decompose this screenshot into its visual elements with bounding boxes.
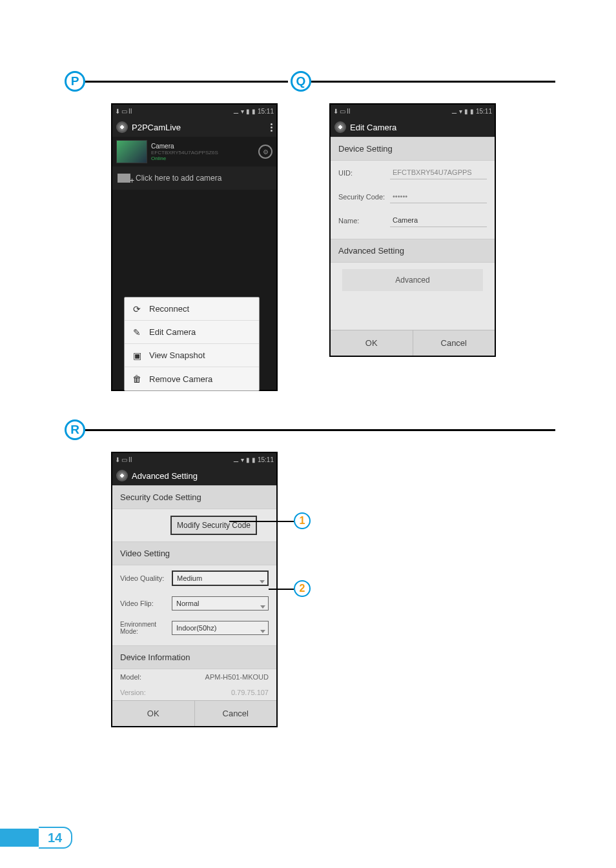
line-p: [85, 81, 288, 83]
screen-title-bar: Edit Camera: [331, 117, 495, 137]
uid-label: UID:: [338, 169, 390, 177]
cancel-button[interactable]: Cancel: [194, 700, 277, 726]
callout-line-2: [269, 589, 294, 590]
section-security-code: Security Code Setting: [112, 485, 276, 509]
add-camera-icon: [118, 174, 130, 183]
name-value[interactable]: Camera: [390, 214, 487, 227]
gear-icon[interactable]: ⚙: [258, 145, 272, 159]
menu-label: View Snapshot: [149, 350, 205, 360]
row-model: Model: APM-H501-MKOUD: [112, 669, 276, 685]
section-advanced-setting: Advanced Setting: [331, 239, 495, 263]
download-icon: ⬇: [115, 108, 120, 115]
battery-icon: ▮: [470, 108, 474, 115]
page-number: 14: [39, 827, 72, 849]
ok-button[interactable]: OK: [112, 700, 194, 726]
field-security-code: Security Code: ••••••: [331, 185, 495, 208]
status-bar: ⬇ ▭ II ⚊ ▾ ▮ ▮ 15:11: [331, 105, 495, 117]
field-video-flip: Video Flip: Normal: [112, 591, 276, 616]
menu-edit-camera[interactable]: ✎ Edit Camera: [125, 321, 259, 344]
cancel-button[interactable]: Cancel: [413, 330, 495, 356]
phone-screenshot-p: ⬇ ▭ II ⚊ ▾ ▮ ▮ 15:11 P2PCamLive Camera E…: [111, 103, 278, 391]
app-icon: [116, 121, 128, 133]
wifi-icon: ▾: [459, 108, 462, 115]
signal-icon: ▮: [464, 108, 468, 115]
signal-icon: ▮: [246, 456, 250, 463]
app-icon: [116, 470, 128, 481]
camera-name: Camera: [151, 143, 254, 150]
menu-label: Remove Camera: [149, 374, 212, 384]
pencil-icon: ✎: [131, 327, 143, 338]
pause-icon: II: [128, 456, 132, 463]
context-menu: ⟳ Reconnect ✎ Edit Camera ▣ View Snapsho…: [124, 297, 260, 391]
environment-mode-select[interactable]: Indoor(50hz): [172, 621, 269, 635]
video-flip-select[interactable]: Normal: [172, 596, 269, 611]
badge-r: R: [65, 419, 85, 440]
video-quality-value: Medium: [177, 574, 202, 582]
line-q: [311, 81, 555, 83]
callout-badge-2: 2: [294, 580, 311, 597]
field-name: Name: Camera: [331, 208, 495, 232]
section-device-setting: Device Setting: [331, 137, 495, 161]
line-r: [85, 429, 555, 431]
bluetooth-icon: ⚊: [233, 108, 239, 115]
section-video-setting: Video Setting: [112, 541, 276, 565]
camera-row[interactable]: Camera EFCTBXRY54U7AGPPSZ6S Online ⚙: [112, 137, 276, 167]
section-device-information: Device Information: [112, 645, 276, 669]
battery-icon: ▮: [252, 456, 256, 463]
phone-screenshot-r: ⬇ ▭ II ⚊ ▾ ▮ ▮ 15:11 Advanced Setting Se…: [111, 452, 278, 727]
model-label: Model:: [120, 673, 172, 681]
environment-mode-value: Indoor(50hz): [176, 624, 216, 632]
uid-value[interactable]: EFCTBXRY54U7AGPPS: [390, 166, 487, 179]
video-quality-select[interactable]: Medium: [172, 570, 269, 586]
video-flip-label: Video Flip:: [120, 600, 172, 607]
name-label: Name:: [338, 217, 390, 225]
clock: 15:11: [258, 108, 274, 115]
menu-label: Reconnect: [149, 304, 189, 314]
video-quality-label: Video Quality:: [120, 574, 172, 582]
menu-reconnect[interactable]: ⟳ Reconnect: [125, 298, 259, 321]
picture-icon: ▭: [340, 108, 345, 115]
picture-icon: ▭: [121, 108, 127, 115]
security-code-label: Security Code:: [338, 193, 390, 201]
camera-thumbnail: [116, 140, 147, 163]
version-value: 0.79.75.107: [172, 689, 269, 696]
picture-icon: ▣: [131, 350, 143, 361]
clock: 15:11: [258, 456, 274, 463]
field-video-quality: Video Quality: Medium: [112, 565, 276, 591]
camera-status: Online: [151, 156, 254, 161]
menu-remove-camera[interactable]: 🗑 Remove Camera: [125, 367, 259, 390]
field-uid: UID: EFCTBXRY54U7AGPPS: [331, 161, 495, 185]
menu-dots-icon[interactable]: [271, 123, 272, 132]
row-version: Version: 0.79.75.107: [112, 685, 276, 700]
video-flip-value: Normal: [176, 600, 199, 607]
reconnect-icon: ⟳: [131, 303, 143, 315]
model-value: APM-H501-MKOUD: [172, 673, 269, 681]
add-camera-row[interactable]: Click here to add camera: [112, 167, 276, 190]
app-title: P2PCamLive: [132, 123, 181, 132]
pause-icon: II: [128, 108, 132, 115]
modify-security-code-button[interactable]: Modify Security Code: [170, 516, 257, 535]
trash-icon: 🗑: [131, 373, 143, 385]
version-label: Version:: [120, 689, 172, 696]
signal-icon: ▮: [246, 108, 250, 115]
page-footer: 14: [0, 827, 72, 849]
badge-p: P: [65, 71, 85, 92]
wifi-icon: ▾: [241, 108, 244, 115]
callout-badge-1: 1: [294, 512, 311, 529]
picture-icon: ▭: [121, 456, 127, 463]
status-bar: ⬇ ▭ II ⚊ ▾ ▮ ▮ 15:11: [112, 453, 276, 466]
screen-title: Advanced Setting: [132, 471, 198, 481]
ok-button[interactable]: OK: [331, 330, 413, 356]
download-icon: ⬇: [115, 456, 120, 463]
wifi-icon: ▾: [241, 456, 244, 463]
app-title-bar: P2PCamLive: [112, 117, 276, 137]
screen-title-bar: Advanced Setting: [112, 466, 276, 485]
menu-view-snapshot[interactable]: ▣ View Snapshot: [125, 344, 259, 367]
add-camera-label: Click here to add camera: [136, 174, 221, 183]
app-icon: [334, 121, 346, 133]
camera-uid: EFCTBXRY54U7AGPPSZ6S: [151, 150, 254, 156]
security-code-value[interactable]: ••••••: [390, 190, 487, 203]
screen-title: Edit Camera: [350, 123, 396, 132]
advanced-button[interactable]: Advanced: [342, 269, 483, 291]
page-footer-bar: [0, 829, 39, 847]
